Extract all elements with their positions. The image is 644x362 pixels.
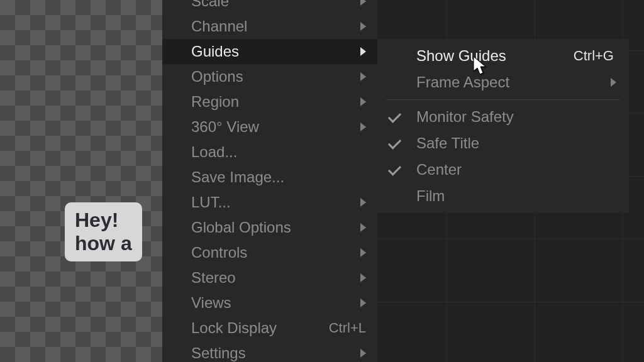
canvas-text-box: Hey! how a — [65, 202, 142, 261]
submenu-item-label: Film — [416, 187, 445, 205]
submenu-item-film[interactable]: Film — [377, 183, 629, 209]
menu-item-settings[interactable]: Settings — [162, 341, 377, 362]
submenu-item-label: Frame Aspect — [416, 74, 509, 91]
menu-item-label: Global Options — [191, 219, 291, 236]
menu-item-360-view[interactable]: 360° View — [162, 114, 377, 140]
menu-item-save-image[interactable]: Save Image... — [162, 165, 377, 190]
menu-item-label: Guides — [191, 43, 239, 60]
menu-item-lut[interactable]: LUT... — [162, 190, 377, 215]
submenu-item-safe-title[interactable]: Safe Title — [377, 130, 629, 156]
canvas-text-line2: how a — [75, 232, 132, 255]
viewer-context-menu[interactable]: ScaleChannelGuidesOptionsRegion360° View… — [162, 0, 377, 362]
menu-item-label: Stereo — [191, 269, 236, 287]
menu-item-label: Scale — [191, 0, 229, 10]
menu-item-label: Region — [191, 93, 239, 111]
menu-item-label: Options — [191, 68, 243, 85]
menu-item-label: Load... — [191, 143, 237, 161]
submenu-item-label: Show Guides — [416, 47, 506, 65]
submenu-item-show-guides[interactable]: Show GuidesCtrl+G — [377, 43, 629, 69]
menu-item-load[interactable]: Load... — [162, 140, 377, 165]
menu-item-lock-display[interactable]: Lock DisplayCtrl+L — [162, 315, 377, 341]
submenu-item-frame-aspect[interactable]: Frame Aspect — [377, 69, 629, 96]
menu-item-label: Lock Display — [191, 319, 277, 337]
submenu-item-center[interactable]: Center — [377, 156, 629, 183]
menu-item-options[interactable]: Options — [162, 64, 377, 89]
menu-item-guides[interactable]: Guides — [162, 39, 377, 64]
menu-item-scale[interactable]: Scale — [162, 0, 377, 14]
check-icon — [388, 136, 401, 149]
guides-submenu[interactable]: Show GuidesCtrl+GFrame AspectMonitor Saf… — [377, 39, 629, 213]
menu-item-region[interactable]: Region — [162, 89, 377, 114]
menu-item-label: 360° View — [191, 118, 259, 136]
submenu-separator — [386, 99, 620, 100]
transparency-checker-canvas — [0, 0, 162, 362]
menu-item-label: Settings — [191, 344, 246, 362]
submenu-item-shortcut: Ctrl+G — [574, 48, 614, 64]
menu-item-views[interactable]: Views — [162, 290, 377, 315]
submenu-item-label: Monitor Safety — [416, 108, 514, 126]
menu-item-label: LUT... — [191, 194, 231, 211]
menu-item-label: Save Image... — [191, 168, 284, 186]
menu-item-global-options[interactable]: Global Options — [162, 215, 377, 240]
menu-item-label: Controls — [191, 244, 247, 261]
menu-item-controls[interactable]: Controls — [162, 240, 377, 265]
menu-item-label: Views — [191, 294, 231, 312]
check-icon — [388, 162, 401, 175]
menu-item-stereo[interactable]: Stereo — [162, 265, 377, 290]
check-icon — [388, 109, 401, 123]
menu-item-label: Channel — [191, 18, 247, 35]
submenu-item-monitor-safety[interactable]: Monitor Safety — [377, 104, 629, 130]
menu-item-channel[interactable]: Channel — [162, 14, 377, 39]
submenu-item-label: Center — [416, 161, 462, 178]
canvas-text-line1: Hey! — [75, 209, 132, 232]
menu-item-shortcut: Ctrl+L — [329, 320, 366, 336]
submenu-item-label: Safe Title — [416, 134, 479, 152]
